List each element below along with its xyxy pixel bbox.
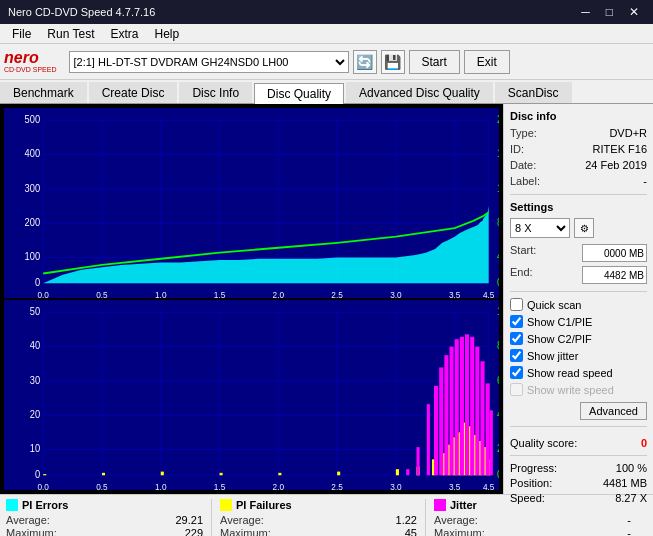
exit-button[interactable]: Exit [464,50,510,74]
disc-info-title: Disc info [510,110,647,122]
disc-label-row: Label: - [510,175,647,187]
show-c2-label: Show C2/PIF [527,333,592,345]
start-row: Start: [510,244,647,262]
svg-text:2: 2 [497,443,499,455]
svg-text:10: 10 [30,443,41,455]
settings-title: Settings [510,201,647,213]
svg-text:20: 20 [497,113,499,125]
tab-disc-quality[interactable]: Disc Quality [254,83,344,104]
tab-advanced-disc-quality[interactable]: Advanced Disc Quality [346,82,493,103]
svg-rect-92 [455,339,459,475]
svg-rect-68 [161,472,164,476]
menu-help[interactable]: Help [147,26,188,42]
jitter-max-label: Maximum: [434,527,485,536]
show-c1-label: Show C1/PIE [527,316,592,328]
quick-scan-row: Quick scan [510,298,647,311]
svg-text:0.0: 0.0 [37,289,48,298]
jitter-color [434,499,446,511]
toolbar: nero CD·DVD SPEED [2:1] HL-DT-ST DVDRAM … [0,44,653,80]
disc-label-label: Label: [510,175,540,187]
svg-rect-70 [278,473,281,475]
disc-type-value: DVD+R [609,127,647,139]
svg-rect-85 [406,469,409,475]
end-row: End: [510,266,647,284]
tab-benchmark[interactable]: Benchmark [0,82,87,103]
pi-errors-max-value: 229 [185,527,203,536]
main-content: 0 100 200 300 400 500 0 4 8 12 16 20 [0,104,653,494]
show-jitter-label: Show jitter [527,350,578,362]
svg-rect-88 [434,386,438,475]
svg-text:4: 4 [497,251,499,263]
settings-icon-button[interactable]: ⚙ [574,218,594,238]
pi-errors-header: PI Errors [6,499,203,511]
svg-text:6: 6 [497,374,499,386]
jitter-group: Jitter Average: - Maximum: - PO failures… [434,499,639,536]
pi-errors-max-label: Maximum: [6,527,57,536]
top-chart: 0 100 200 300 400 500 0 4 8 12 16 20 [4,108,499,298]
maximize-button[interactable]: □ [600,4,619,20]
pi-errors-max-row: Maximum: 229 [6,527,203,536]
menu-file[interactable]: File [4,26,39,42]
quick-scan-checkbox[interactable] [510,298,523,311]
svg-text:0.0: 0.0 [37,481,48,490]
show-read-speed-checkbox[interactable] [510,366,523,379]
bottom-stats: PI Errors Average: 29.21 Maximum: 229 To… [0,494,653,536]
menu-run-test[interactable]: Run Test [39,26,102,42]
tab-create-disc[interactable]: Create Disc [89,82,178,103]
start-button[interactable]: Start [409,50,460,74]
disc-label-value: - [643,175,647,187]
svg-text:1.0: 1.0 [155,289,166,298]
svg-text:50: 50 [30,305,41,317]
speed-select[interactable]: 8 X [510,218,570,238]
pi-errors-avg-value: 29.21 [175,514,203,526]
show-c1-checkbox[interactable] [510,315,523,328]
tab-scan-disc[interactable]: ScanDisc [495,82,572,103]
svg-rect-71 [337,472,340,476]
pi-errors-avg-label: Average: [6,514,50,526]
svg-rect-38 [4,300,499,490]
svg-rect-97 [480,361,484,475]
window-controls: ─ □ ✕ [575,4,645,20]
close-button[interactable]: ✕ [623,4,645,20]
pi-failures-color [220,499,232,511]
jitter-avg-row: Average: - [434,514,631,526]
svg-text:10: 10 [497,305,499,317]
divider-4 [510,455,647,456]
svg-text:200: 200 [25,216,41,228]
show-jitter-checkbox[interactable] [510,349,523,362]
pi-failures-avg-row: Average: 1.22 [220,514,417,526]
menu-extra[interactable]: Extra [102,26,146,42]
refresh-icon-button[interactable]: 🔄 [353,50,377,74]
svg-text:2.0: 2.0 [273,481,284,490]
svg-text:100: 100 [25,251,41,263]
jitter-header: Jitter [434,499,631,511]
svg-rect-67 [102,473,105,475]
pi-failures-group: PI Failures Average: 1.22 Maximum: 45 To… [220,499,426,536]
svg-rect-99 [490,410,493,475]
svg-rect-89 [439,367,443,475]
svg-text:0: 0 [497,276,499,288]
pi-failures-max-label: Maximum: [220,527,271,536]
svg-rect-93 [460,337,464,476]
svg-text:400: 400 [25,148,41,160]
show-read-speed-row: Show read speed [510,366,647,379]
nero-logo: nero CD·DVD SPEED [4,50,57,73]
advanced-button[interactable]: Advanced [580,402,647,420]
show-write-speed-checkbox[interactable] [510,383,523,396]
svg-rect-66 [43,474,46,475]
drive-select[interactable]: [2:1] HL-DT-ST DVDRAM GH24NSD0 LH00 [69,51,349,73]
save-icon-button[interactable]: 💾 [381,50,405,74]
show-write-speed-row: Show write speed [510,383,647,396]
app-title: Nero CD-DVD Speed 4.7.7.16 [8,6,155,18]
start-input[interactable] [582,244,647,262]
svg-rect-87 [427,404,430,475]
pi-failures-max-row: Maximum: 45 [220,527,417,536]
tab-disc-info[interactable]: Disc Info [179,82,252,103]
svg-text:40: 40 [30,340,41,352]
bottom-chart: 0 10 20 30 40 50 0 2 4 6 8 10 [4,300,499,490]
show-c2-checkbox[interactable] [510,332,523,345]
minimize-button[interactable]: ─ [575,4,596,20]
end-input[interactable] [582,266,647,284]
divider-3 [510,426,647,427]
progress-value: 100 % [616,462,647,474]
